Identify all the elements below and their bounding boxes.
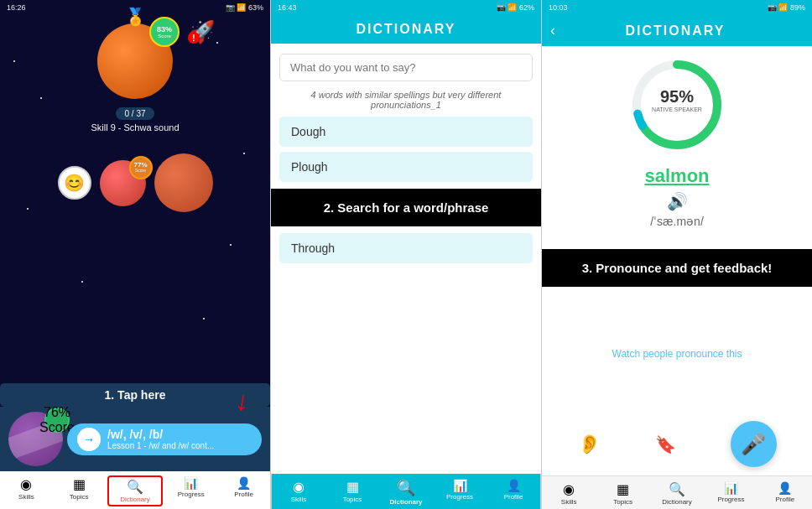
pronunciation-content: 95% NATIVE SPEAKER salmon 🔊 /ˈsæ.mən/: [542, 46, 812, 249]
bottom-actions: 👂 🔖 🎤: [542, 413, 812, 475]
nav-dictionary-2[interactable]: 🔍 Dictionary: [379, 477, 433, 507]
dictionary-label-1: Dictionary: [120, 496, 150, 503]
panel-dictionary-search: 16:43 📷 📶 62% DICTIONARY 4 words with si…: [270, 0, 542, 509]
percent-text: 95%: [660, 87, 694, 106]
planet-small-1-wrap: 77% Score: [100, 160, 146, 206]
crown-icon: 🏅: [125, 7, 146, 27]
score-label-sm1: Score: [135, 169, 146, 173]
dictionary-icon-3: 🔍: [669, 481, 685, 497]
planet-large: 83% Score 🏅: [97, 23, 173, 99]
profile-icon-2: 👤: [507, 479, 521, 492]
score-badge-sm1: 77% Score: [129, 156, 153, 179]
topics-icon-3: ▦: [617, 481, 629, 497]
status-time-1: 16:26: [7, 3, 26, 12]
nav-skills-2[interactable]: ◉ Skills: [272, 477, 325, 507]
skill-name: Skill 9 - Schwa sound: [91, 122, 179, 132]
planets-row: 😊 77% Score: [58, 153, 213, 212]
back-button[interactable]: ‹: [550, 22, 555, 39]
topics-icon-1: ▦: [73, 476, 86, 492]
avatar-icon: 😊: [58, 166, 91, 200]
native-label-text: NATIVE SPEAKER: [652, 106, 702, 112]
score-badge-s3: 76% Score: [44, 408, 70, 433]
bookmark-icon[interactable]: 🔖: [655, 434, 676, 454]
nav-progress-2[interactable]: 📊 Progress: [433, 477, 487, 507]
dict-description: 4 words with similar spellings but very …: [271, 86, 541, 117]
profile-icon-3: 👤: [778, 481, 792, 495]
ear-icon[interactable]: 👂: [578, 434, 601, 455]
bottom-game-area: 76% Score → /w/, /v/, /b/ Lesson 1 - /w/…: [0, 407, 270, 471]
word-list: Dough Plough: [271, 117, 541, 182]
planet-small-2: [154, 153, 213, 212]
topics-icon-2: ▦: [346, 479, 359, 495]
panel-pronunciation: 10:03 📷 📶 89% ‹ DICTIONARY 95% NATIVE SP…: [542, 0, 812, 509]
score-badge-large: 83% Score: [149, 17, 180, 47]
nav-progress-3[interactable]: 📊 Progress: [704, 480, 757, 507]
profile-label-1: Profile: [234, 491, 253, 498]
game-area: 83% Score 🏅 🚀 ! 0 / 37 Skill 9 - Schwa s…: [0, 15, 270, 383]
status-icons-2: 📷 📶 62%: [497, 3, 534, 12]
nav-progress-1[interactable]: 📊 Progress: [164, 475, 217, 507]
topics-label-2: Topics: [343, 496, 362, 503]
watch-link[interactable]: Watch people pronounce this: [612, 348, 742, 360]
skills-label-2: Skills: [291, 496, 307, 503]
profile-icon-1: 👤: [237, 476, 251, 490]
lesson-pill[interactable]: → /w/, /v/, /b/ Lesson 1 - /w/ and /w/ c…: [67, 423, 262, 455]
word-item-plough[interactable]: Plough: [279, 152, 533, 182]
warning-badge: !: [188, 32, 200, 44]
dictionary-title: DICTIONARY: [279, 22, 533, 37]
score-num-s3: 76%: [44, 405, 70, 420]
score-num-large: 83%: [157, 26, 172, 34]
nav-dictionary-1[interactable]: 🔍 Dictionary: [107, 475, 164, 506]
word-item-dough[interactable]: Dough: [279, 117, 533, 147]
step2-banner: 2. Search for a word/phrase: [271, 189, 541, 226]
panel-game: 16:26 📷 📶 63% 83% Score 🏅 🚀 !: [0, 0, 270, 509]
dictionary-icon-1: 🔍: [127, 479, 143, 495]
word-result: salmon: [644, 165, 709, 187]
nav-dictionary-3[interactable]: 🔍 Dictionary: [650, 480, 704, 507]
search-input[interactable]: [279, 54, 533, 81]
planet-small-2-wrap: [154, 153, 213, 212]
watch-area: Watch people pronounce this: [542, 287, 812, 413]
search-area: [271, 44, 541, 86]
profile-label-2: Profile: [504, 493, 523, 501]
word-list-2: Through: [271, 233, 541, 263]
panel3-title: DICTIONARY: [564, 23, 804, 39]
skills-icon-3: ◉: [563, 481, 575, 497]
progress-icon-1: 📊: [184, 476, 198, 490]
progress-circle-wrap: 95% NATIVE SPEAKER: [631, 59, 723, 154]
nav-profile-2[interactable]: 👤 Profile: [487, 477, 540, 507]
panel3-header: ‹ DICTIONARY: [542, 15, 812, 46]
dictionary-icon-2: 🔍: [397, 479, 415, 497]
next-button[interactable]: →: [77, 428, 101, 451]
dictionary-label-2: Dictionary: [389, 498, 422, 506]
nav-topics-2[interactable]: ▦ Topics: [325, 477, 379, 507]
bottom-nav-1: ◉ Skills ▦ Topics 🔍 Dictionary 📊 Progres…: [0, 471, 270, 509]
status-icons-1: 📷 📶 63%: [226, 3, 263, 12]
nav-skills-1[interactable]: ◉ Skills: [0, 475, 53, 507]
lesson-text: /w/, /v/, /b/ Lesson 1 - /w/ and /w/ con…: [107, 428, 214, 450]
status-icons-3: 📷 📶 89%: [768, 3, 805, 12]
bottom-nav-3: ◉ Skills ▦ Topics 🔍 Dictionary 📊 Progres…: [542, 475, 812, 509]
speaker-icon[interactable]: 🔊: [667, 191, 688, 211]
mic-button[interactable]: 🎤: [731, 421, 777, 467]
status-time-2: 16:43: [278, 3, 297, 12]
nav-topics-1[interactable]: ▦ Topics: [53, 475, 106, 507]
nav-topics-3[interactable]: ▦ Topics: [596, 480, 649, 507]
skills-label-3: Skills: [561, 498, 577, 506]
topics-label-3: Topics: [613, 498, 632, 506]
nav-profile-1[interactable]: 👤 Profile: [217, 475, 270, 507]
next-pill-wrap: → /w/, /v/, /b/ Lesson 1 - /w/ and /w/ c…: [67, 423, 262, 455]
tap-here-label: 1. Tap here: [0, 383, 270, 407]
planet-small-3-wrap: 76% Score: [8, 412, 63, 466]
nav-skills-3[interactable]: ◉ Skills: [542, 480, 596, 507]
dictionary-header: DICTIONARY: [271, 15, 541, 44]
profile-label-3: Profile: [775, 496, 794, 503]
skills-icon-2: ◉: [293, 479, 304, 495]
progress-label-2: Progress: [446, 493, 473, 501]
phonetic-text: /ˈsæ.mən/: [650, 215, 704, 228]
progress-icon-3: 📊: [724, 481, 738, 495]
status-bar-3: 10:03 📷 📶 89%: [542, 0, 812, 15]
progress-label-3: Progress: [717, 496, 744, 503]
nav-profile-3[interactable]: 👤 Profile: [758, 480, 812, 507]
word-item-through[interactable]: Through: [279, 233, 533, 263]
